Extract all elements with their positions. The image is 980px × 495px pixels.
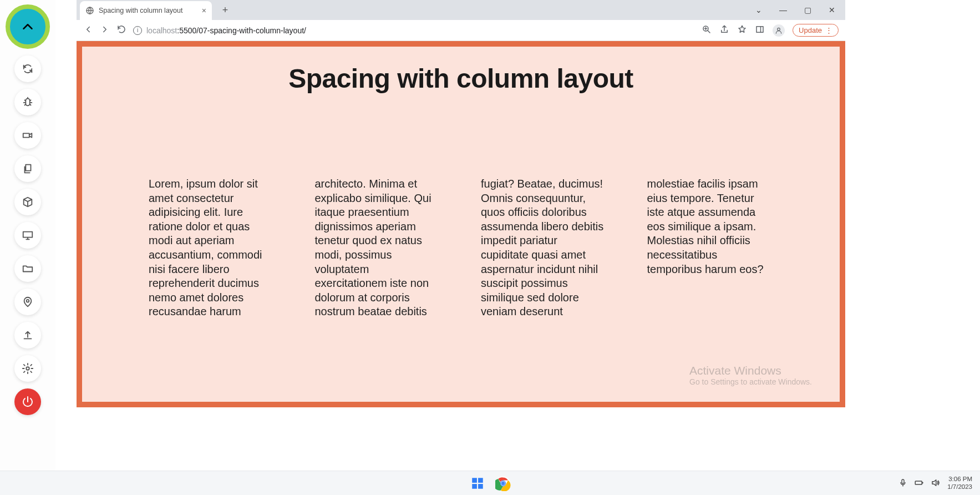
taskbar-center xyxy=(469,474,512,492)
rail-toggle-button[interactable] xyxy=(6,4,50,49)
site-info-icon[interactable]: i xyxy=(133,26,142,35)
rail-sync-button[interactable] xyxy=(14,55,41,82)
rail-copy-button[interactable] xyxy=(14,155,41,182)
profile-button[interactable] xyxy=(773,24,785,37)
tab-strip: Spacing with column layout × + ⌄ — ▢ ✕ xyxy=(77,0,845,20)
share-button[interactable] xyxy=(719,24,729,36)
sound-tray-icon[interactable] xyxy=(931,478,941,489)
rail-display-button[interactable] xyxy=(14,222,41,249)
svg-rect-4 xyxy=(756,27,763,33)
upload-icon xyxy=(22,329,34,341)
column-text: Lorem, ipsum dolor sit amet consectetur … xyxy=(104,177,817,319)
chrome-taskbar-button[interactable] xyxy=(494,474,512,492)
minimize-button[interactable]: — xyxy=(776,6,790,14)
update-button[interactable]: Update ⋮ xyxy=(793,24,839,37)
back-button[interactable] xyxy=(83,24,93,36)
reload-button[interactable] xyxy=(116,24,126,36)
toolbar-right: Update ⋮ xyxy=(702,24,839,37)
person-icon xyxy=(775,27,783,34)
start-button[interactable] xyxy=(469,474,486,492)
browser-toolbar: i localhost:5500/07-spacing-with-column-… xyxy=(77,20,845,41)
close-window-button[interactable]: ✕ xyxy=(825,6,839,14)
windows-icon xyxy=(470,476,485,491)
svg-rect-8 xyxy=(472,484,477,489)
star-icon xyxy=(737,24,747,34)
microphone-icon xyxy=(898,478,907,487)
pin-icon xyxy=(22,296,34,308)
reload-icon xyxy=(116,24,126,34)
taskbar-clock[interactable]: 3:06 PM 1/7/2023 xyxy=(947,476,972,490)
battery-icon xyxy=(914,478,924,488)
arrow-left-icon xyxy=(83,24,93,34)
maximize-button[interactable]: ▢ xyxy=(801,6,814,14)
rail-debug-button[interactable] xyxy=(14,89,41,115)
url-text: localhost:5500/07-spacing-with-column-la… xyxy=(146,26,306,35)
svg-rect-7 xyxy=(478,478,483,483)
kebab-icon: ⋮ xyxy=(825,26,832,34)
page-root: Spacing with column layout Lorem, ipsum … xyxy=(77,41,845,407)
svg-point-5 xyxy=(778,28,780,31)
window-controls: ⌄ — ▢ ✕ xyxy=(745,6,845,14)
camera-icon xyxy=(22,129,34,142)
page-heading: Spacing with column layout xyxy=(104,63,817,94)
globe-icon xyxy=(85,6,94,15)
tab-close-button[interactable]: × xyxy=(202,6,206,15)
system-tray: 3:06 PM 1/7/2023 xyxy=(898,476,980,490)
svg-rect-14 xyxy=(902,479,904,483)
tab-search-button[interactable]: ⌄ xyxy=(752,6,765,14)
bookmark-button[interactable] xyxy=(737,24,747,36)
taskbar: 3:06 PM 1/7/2023 xyxy=(0,471,980,495)
power-icon xyxy=(21,395,34,408)
browser-tab[interactable]: Spacing with column layout × xyxy=(80,1,212,20)
address-bar[interactable]: i localhost:5500/07-spacing-with-column-… xyxy=(133,26,695,35)
rail-location-button[interactable] xyxy=(14,289,41,315)
svg-rect-9 xyxy=(478,484,483,489)
clock-time: 3:06 PM xyxy=(947,476,972,483)
svg-rect-15 xyxy=(915,481,922,484)
watermark-line2: Go to Settings to activate Windows. xyxy=(689,377,812,386)
forward-button[interactable] xyxy=(100,24,110,36)
arrow-right-icon xyxy=(100,24,110,34)
zoom-icon xyxy=(702,24,712,34)
panel-icon xyxy=(755,24,765,34)
sidepanel-button[interactable] xyxy=(755,24,765,36)
svg-rect-6 xyxy=(472,478,477,483)
battery-tray-icon[interactable] xyxy=(914,478,924,489)
rail-power-button[interactable] xyxy=(14,388,41,415)
chrome-icon xyxy=(495,476,511,491)
svg-point-13 xyxy=(501,481,505,485)
rail-settings-button[interactable] xyxy=(14,355,41,382)
mic-tray-icon[interactable] xyxy=(898,478,907,488)
rail-record-button[interactable] xyxy=(14,122,41,149)
speaker-icon xyxy=(931,478,941,488)
tab-title: Spacing with column layout xyxy=(99,7,182,14)
chevron-up-icon xyxy=(19,18,36,35)
copy-icon xyxy=(22,163,34,175)
new-tab-button[interactable]: + xyxy=(217,2,233,18)
rail-upload-button[interactable] xyxy=(14,322,41,348)
zoom-button[interactable] xyxy=(702,24,712,36)
update-label: Update xyxy=(799,26,822,34)
rail-folder-button[interactable] xyxy=(14,255,41,282)
app-side-rail xyxy=(0,0,55,495)
windows-activation-watermark: Activate Windows Go to Settings to activ… xyxy=(689,364,812,386)
svg-point-1 xyxy=(26,367,29,370)
refresh-icon xyxy=(22,63,34,75)
folder-icon xyxy=(22,262,34,275)
cube-icon xyxy=(22,196,34,208)
gear-icon xyxy=(22,362,34,375)
monitor-icon xyxy=(22,229,34,241)
rail-package-button[interactable] xyxy=(14,189,41,215)
svg-point-0 xyxy=(27,300,29,302)
browser-window: Spacing with column layout × + ⌄ — ▢ ✕ i… xyxy=(77,0,845,495)
watermark-line1: Activate Windows xyxy=(689,364,812,377)
bug-icon xyxy=(22,96,34,108)
clock-date: 1/7/2023 xyxy=(947,483,972,491)
page-viewport: Spacing with column layout Lorem, ipsum … xyxy=(77,41,845,407)
share-icon xyxy=(719,24,729,34)
